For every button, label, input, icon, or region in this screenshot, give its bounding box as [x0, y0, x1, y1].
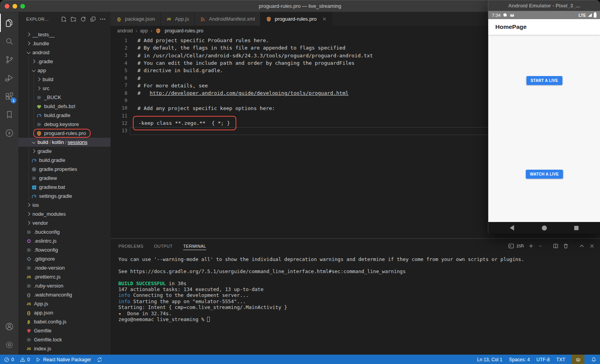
status-ai-assistant[interactable] [572, 355, 584, 364]
status-notifications[interactable] [591, 355, 596, 364]
tree-item-bundle[interactable]: .bundle [18, 39, 111, 48]
tree-item-gemfile-lock[interactable]: Gemfile.lock [18, 335, 111, 344]
tree-item-label: node_modules [32, 211, 66, 217]
activity-explorer[interactable] [0, 14, 18, 32]
tree-item-eslintrc-js[interactable]: .eslintrc.js [18, 236, 111, 245]
status-sync[interactable] [97, 355, 102, 364]
tree-item-flowconfig[interactable]: .flowconfig [18, 245, 111, 254]
activity-extensions[interactable]: 1 [0, 87, 18, 105]
zoom-window-button[interactable] [20, 4, 25, 9]
tab-proguard-rules-pro[interactable]: proguard-rules.pro [261, 12, 332, 26]
tree-item-node-modules[interactable]: node_modules [18, 210, 111, 218]
tab-package-json[interactable]: {}package.json [111, 12, 161, 26]
tree-item-build-gradle[interactable]: build.gradle [18, 111, 111, 120]
breadcrumb-item[interactable]: app [140, 28, 148, 34]
activity-bookmarks[interactable] [0, 105, 18, 124]
terminal-dropdown-icon[interactable] [538, 243, 543, 249]
kill-terminal-icon[interactable] [563, 243, 569, 249]
tree-item-index-js[interactable]: JSindex.js [18, 344, 111, 353]
status-cursor-position[interactable]: Ln 13, Col 1 [477, 355, 502, 364]
sync-icon [97, 357, 102, 362]
tree-item-tests[interactable]: __tests__ [18, 30, 111, 39]
activity-source-control[interactable] [0, 50, 18, 69]
list-file-icon [25, 283, 32, 289]
tree-item-build-gradle[interactable]: build.gradle [18, 156, 111, 165]
panel-tab-output[interactable]: OUTPUT [154, 242, 173, 250]
panel-tab-terminal[interactable]: TERMINAL [183, 242, 206, 250]
activity-search[interactable] [0, 32, 18, 50]
tab-androidmanifest-xml[interactable]: AndroidManifest.xml [195, 12, 261, 26]
nav-overview-icon[interactable] [574, 226, 579, 230]
more-actions-icon[interactable] [100, 16, 106, 22]
tree-item-debug-keystore[interactable]: debug.keystore [18, 120, 111, 129]
tree-item-prettierrc-js[interactable]: JS.prettierrc.js [18, 272, 111, 281]
new-file-icon[interactable] [61, 16, 67, 22]
status-react-native-packager[interactable]: React Native Packager [36, 355, 91, 364]
tree-item-gradlew-bat[interactable]: gradlew.bat [18, 183, 111, 192]
tree-item-gemfile[interactable]: Gemfile [18, 326, 111, 335]
tree-item-label: .flowconfig [34, 247, 58, 253]
close-panel-icon[interactable] [589, 243, 595, 249]
new-terminal-icon[interactable] [528, 243, 534, 249]
tree-item-vendor[interactable]: vendor [18, 218, 111, 227]
tree-item-app-js[interactable]: JSApp.js [18, 299, 111, 308]
tree-item-label: app.json [34, 310, 53, 316]
tree-item-gitignore[interactable]: .gitignore [18, 254, 111, 263]
terminal-output[interactable]: You can use '--warning-mode all' to show… [111, 253, 600, 322]
terminal-shell-selector[interactable]: zsh [508, 243, 524, 249]
maximize-panel-icon[interactable] [579, 243, 585, 249]
tree-item-label: app [38, 67, 46, 73]
tab-app-js[interactable]: JSApp.js [161, 12, 195, 26]
tree-item-buckconfig[interactable]: .buckconfig [18, 227, 111, 236]
tree-item-src[interactable]: src [18, 84, 111, 93]
tree-item-buck[interactable]: _BUCK [18, 93, 111, 102]
activity-thunder[interactable] [0, 124, 18, 142]
breadcrumb-file[interactable]: proguard-rules.pro [155, 28, 204, 34]
start-a-live-button[interactable]: START A LIVE [526, 76, 562, 85]
status-warnings[interactable]: 0 [20, 355, 30, 364]
js-file-icon: JS [25, 302, 32, 306]
collapse-folders-icon[interactable] [90, 16, 96, 22]
status-errors[interactable]: 0 [4, 355, 14, 364]
split-terminal-icon[interactable] [553, 243, 559, 249]
panel-tab-problems[interactable]: PROBLEMS [118, 242, 143, 250]
activity-run-debug[interactable] [0, 69, 18, 87]
watch-a-live-button[interactable]: WATCH A LIVE [526, 170, 563, 179]
status-indentation[interactable]: Spaces: 4 [509, 355, 530, 364]
minimize-window-button[interactable] [12, 4, 17, 9]
close-tab-icon[interactable] [322, 16, 327, 21]
status-language-mode[interactable]: TXT [556, 355, 565, 364]
tree-item-gradlew[interactable]: gradlew [18, 174, 111, 183]
activity-settings[interactable] [0, 336, 18, 354]
tree-item-build-kotlin-sessions[interactable]: build/kotlin/sessions [18, 138, 111, 147]
nav-back-icon[interactable] [510, 225, 514, 231]
tree-item-build[interactable]: build [18, 75, 111, 84]
refresh-explorer-icon[interactable] [80, 16, 86, 22]
tree-item-gradle[interactable]: .gradle [18, 57, 111, 66]
tree-item-gradle-properties[interactable]: gradle.properties [18, 165, 111, 174]
code-link[interactable]: http://developer.android.com/guide/devel… [150, 90, 348, 96]
tree-item-babel-config-js[interactable]: βbabel.config.js [18, 317, 111, 326]
code-text: # in /usr/local/Cellar/android-sdk/24.3.… [127, 53, 373, 59]
bookmarks-icon [5, 110, 14, 119]
new-folder-icon[interactable] [70, 16, 77, 22]
list-file-icon [36, 122, 42, 127]
tree-item-node-version[interactable]: .node-version [18, 263, 111, 272]
close-window-button[interactable] [5, 4, 9, 9]
tree-item-app[interactable]: app [18, 66, 111, 75]
activity-account[interactable] [0, 317, 18, 336]
tree-item-app-json[interactable]: {}app.json [18, 308, 111, 317]
chevron-down-icon [30, 70, 37, 71]
tree-item-ios[interactable]: ios [18, 201, 111, 210]
emulator-title-bar[interactable]: Android Emulator - Pixel_3_... [488, 0, 600, 11]
breadcrumb-item[interactable]: android [117, 28, 133, 34]
tree-item-watchmanconfig[interactable]: {}.watchmanconfig [18, 290, 111, 299]
tree-item-android[interactable]: android [18, 48, 111, 57]
nav-home-icon[interactable] [542, 226, 547, 231]
tree-item-build-defs-bzl[interactable]: build_defs.bzl [18, 102, 111, 111]
tree-item-ruby-version[interactable]: .ruby-version [18, 281, 111, 290]
tree-item-settings-gradle[interactable]: settings.gradle [18, 192, 111, 201]
tree-item-gradle[interactable]: gradle [18, 147, 111, 156]
status-encoding[interactable]: UTF-8 [536, 355, 550, 364]
tree-item-proguard-rules-pro[interactable]: proguard-rules.pro [18, 129, 111, 138]
